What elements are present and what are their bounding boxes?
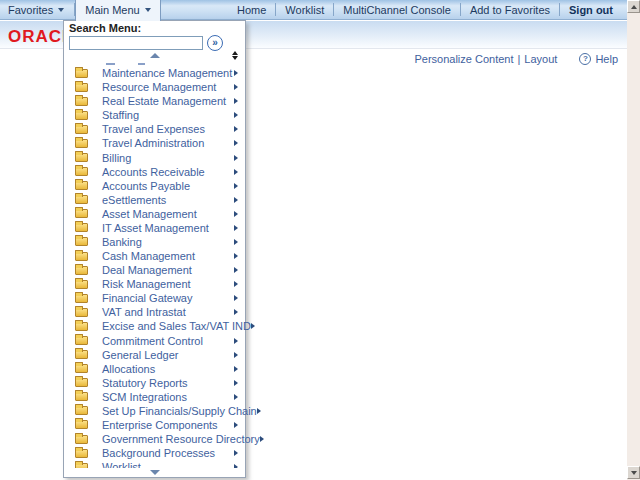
menu-item[interactable]: Enterprise Components	[64, 418, 245, 432]
menu-item[interactable]: Allocations	[64, 362, 245, 376]
scrollbar-down-button[interactable]	[627, 466, 640, 479]
submenu-arrow-icon	[234, 309, 238, 315]
menu-item-label: SCM Integrations	[102, 391, 187, 403]
submenu-arrow-icon	[234, 70, 238, 76]
menu-item-label: Accounts Payable	[102, 180, 190, 192]
clipped-menu-item-bottom: Worklist	[64, 460, 245, 468]
folder-icon	[75, 322, 88, 331]
menu-item-label: Worklist	[102, 461, 141, 468]
text-sliver	[106, 63, 115, 65]
submenu-arrow-icon	[234, 84, 238, 90]
search-go-button[interactable]: »	[207, 35, 223, 51]
folder-icon	[75, 266, 88, 275]
menu-item-label: Statutory Reports	[102, 377, 188, 389]
folder-icon	[75, 378, 88, 387]
main-menu-button[interactable]: Main Menu	[75, 0, 160, 21]
menu-resize-updown-icon[interactable]	[232, 51, 238, 60]
folder-icon	[75, 350, 88, 359]
menu-item[interactable]: eSettlements	[64, 193, 245, 207]
divider	[275, 3, 276, 16]
folder-icon	[75, 153, 88, 162]
menu-item[interactable]: Resource Management	[64, 80, 245, 94]
menu-item[interactable]: Statutory Reports	[64, 376, 245, 390]
menu-item-label: Commitment Control	[102, 335, 203, 347]
menu-item-label: Financial Gateway	[102, 292, 193, 304]
folder-icon	[75, 336, 88, 345]
menu-item-label: Accounts Receivable	[102, 166, 205, 178]
down-triangle-icon	[232, 56, 238, 60]
vertical-scrollbar[interactable]	[627, 0, 640, 480]
menu-item[interactable]: Maintenance Management	[64, 66, 245, 80]
page-actions: Personalize Content | Layout ? Help	[414, 53, 618, 65]
add-to-favorites-link[interactable]: Add to Favorites	[470, 4, 550, 16]
submenu-arrow-icon	[234, 394, 238, 400]
menu-item-label: Cash Management	[102, 250, 195, 262]
menu-item[interactable]: SCM Integrations	[64, 390, 245, 404]
menu-item-label: Risk Management	[102, 278, 191, 290]
layout-link[interactable]: Layout	[524, 53, 557, 65]
menu-item[interactable]: Asset Management	[64, 207, 245, 221]
up-triangle-icon	[631, 5, 637, 9]
home-link[interactable]: Home	[237, 4, 266, 16]
menu-item[interactable]: Deal Management	[64, 263, 245, 277]
folder-icon	[75, 420, 88, 429]
divider	[460, 3, 461, 16]
menu-item[interactable]: Billing	[64, 150, 245, 164]
scroll-up-icon[interactable]	[150, 53, 160, 58]
personalize-content-link[interactable]: Personalize Content	[414, 53, 513, 65]
menu-item[interactable]: Accounts Receivable	[64, 165, 245, 179]
divider	[333, 3, 334, 16]
menu-item-label: IT Asset Management	[102, 222, 209, 234]
scrollbar-up-button[interactable]	[627, 0, 640, 13]
menu-item[interactable]: IT Asset Management	[64, 221, 245, 235]
folder-icon	[75, 167, 88, 176]
folder-icon	[75, 139, 88, 148]
submenu-arrow-icon	[234, 253, 238, 259]
scroll-down-icon[interactable]	[150, 470, 160, 475]
submenu-arrow-icon	[234, 281, 238, 287]
menu-item[interactable]: Government Resource Directory	[64, 432, 245, 446]
submenu-arrow-icon	[234, 422, 238, 428]
main-menu-label: Main Menu	[85, 4, 139, 16]
folder-icon	[75, 364, 88, 373]
search-input[interactable]	[69, 36, 203, 50]
menu-item[interactable]: Risk Management	[64, 277, 245, 291]
help-question-icon: ?	[579, 53, 591, 65]
menu-item[interactable]: Travel and Expenses	[64, 122, 245, 136]
divider	[559, 3, 560, 16]
folder-icon	[75, 111, 88, 120]
menu-item[interactable]: Travel Administration	[64, 136, 245, 150]
submenu-arrow-icon	[234, 112, 238, 118]
menu-item[interactable]: General Ledger	[64, 348, 245, 362]
favorites-menu-button[interactable]: Favorites	[0, 0, 74, 19]
menu-item[interactable]: Background Processes	[64, 446, 245, 460]
up-triangle-icon	[232, 51, 238, 55]
chevron-down-icon	[145, 8, 151, 12]
sign-out-link[interactable]: Sign out	[569, 4, 613, 16]
submenu-arrow-icon	[251, 323, 255, 329]
menu-item[interactable]: Worklist	[64, 460, 245, 468]
menu-item[interactable]: Financial Gateway	[64, 291, 245, 305]
help-link[interactable]: Help	[595, 53, 618, 65]
menu-scroll-top-row	[64, 51, 245, 61]
submenu-arrow-icon	[234, 380, 238, 386]
menu-item[interactable]: VAT and Intrastat	[64, 305, 245, 319]
menu-item[interactable]: Cash Management	[64, 249, 245, 263]
submenu-arrow-icon	[234, 140, 238, 146]
menu-item[interactable]: Real Estate Management	[64, 94, 245, 108]
submenu-arrow-icon	[234, 295, 238, 301]
multichannel-console-link[interactable]: MultiChannel Console	[343, 4, 451, 16]
menu-item[interactable]: Set Up Financials/Supply Chain	[64, 404, 245, 418]
menu-item[interactable]: Banking	[64, 235, 245, 249]
submenu-arrow-icon	[257, 408, 261, 414]
menu-item[interactable]: Staffing	[64, 108, 245, 122]
worklist-link[interactable]: Worklist	[285, 4, 324, 16]
menu-item[interactable]: Accounts Payable	[64, 179, 245, 193]
chevron-down-icon	[58, 8, 64, 12]
favorites-label: Favorites	[8, 4, 53, 16]
menu-item[interactable]: Commitment Control	[64, 333, 245, 347]
down-triangle-icon	[631, 471, 637, 475]
folder-icon	[75, 97, 88, 106]
menu-item[interactable]: Excise and Sales Tax/VAT IND	[64, 319, 245, 333]
folder-icon	[75, 237, 88, 246]
